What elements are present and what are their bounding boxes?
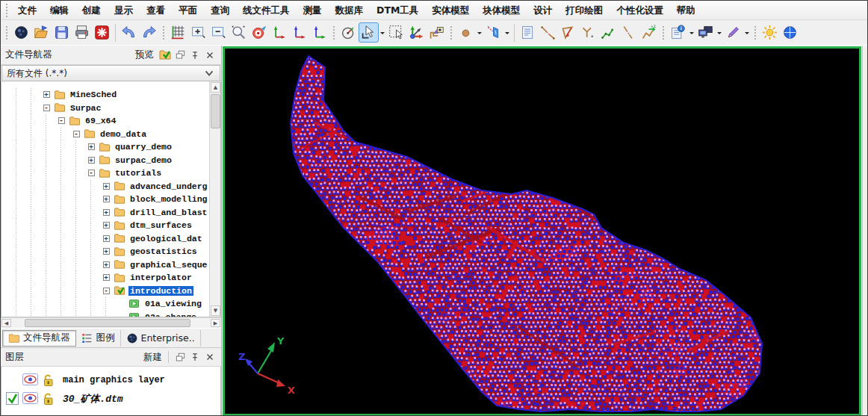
box-select-tool-button[interactable] <box>386 22 406 43</box>
pin-icon[interactable] <box>188 49 202 62</box>
menubar-item-7[interactable]: 查询 <box>204 1 236 20</box>
tree-expander-plus[interactable]: + <box>103 274 110 281</box>
edit-pencil-button[interactable] <box>723 22 743 43</box>
preview-folder-check-icon[interactable] <box>158 49 172 62</box>
point-tool-button[interactable] <box>456 22 476 43</box>
menubar-item-14[interactable]: 设计 <box>527 1 559 20</box>
view-layer-button[interactable] <box>427 22 447 43</box>
tree-item-69_x64[interactable]: -69_x64 <box>1 114 209 128</box>
tab-legend[interactable]: 图例 <box>76 330 121 347</box>
tree-expander-plus[interactable]: + <box>103 235 110 242</box>
right-scroll-strip[interactable] <box>862 46 867 416</box>
scroll-left-arrow[interactable]: ◀ <box>1 319 11 327</box>
point-tool-dropdown-arrow[interactable] <box>476 23 483 43</box>
tree-expander-plus[interactable]: + <box>103 183 110 190</box>
tree-expander-plus[interactable]: + <box>103 196 110 202</box>
tree-expander-plus[interactable]: + <box>43 91 50 98</box>
menubar-item-3[interactable]: 创建 <box>75 1 108 20</box>
edit-pencil-dropdown-arrow[interactable] <box>743 23 751 43</box>
tree-expander-minus[interactable]: - <box>43 105 50 111</box>
toolbar-gripper[interactable] <box>4 26 9 40</box>
menubar-item-2[interactable]: 编辑 <box>43 1 75 20</box>
toolbar-gripper[interactable] <box>661 26 666 40</box>
tree-vertical-scrollbar[interactable]: ▲ ▼ <box>209 81 220 317</box>
layer-row-2[interactable]: 30_矿体.dtm <box>1 389 220 408</box>
tree-expander-minus[interactable]: - <box>58 117 65 124</box>
close-icon[interactable] <box>203 350 217 364</box>
layer-visible-eye-icon[interactable] <box>22 392 38 405</box>
segment-smooth-button[interactable] <box>598 22 619 43</box>
tree-item-dtm_surfaces[interactable]: +dtm_surfaces <box>1 219 209 232</box>
tree-item-advanced_underg[interactable]: +advanced_underg <box>1 180 209 193</box>
tree-expander-plus[interactable]: + <box>103 248 110 255</box>
layer-checkbox-empty[interactable] <box>6 373 19 386</box>
view-data-button[interactable] <box>249 22 269 43</box>
tree-expander-plus[interactable]: + <box>88 157 95 164</box>
scroll-up-arrow[interactable]: ▲ <box>211 82 220 93</box>
open-file-button[interactable] <box>31 22 52 43</box>
tree-item-interpolator[interactable]: +interpolator <box>1 271 209 285</box>
tab-file-navigator[interactable]: 文件导航器 <box>2 330 76 347</box>
tree-item-01a_viewing[interactable]: 01a_viewing <box>1 297 209 311</box>
rotate-view-button[interactable] <box>338 22 359 43</box>
tree-item-tutorials[interactable]: -tutorials <box>1 167 209 180</box>
move-3d-button[interactable] <box>406 22 427 43</box>
segment-renumber-button[interactable]: +1 <box>639 22 659 43</box>
tree-item-02a_change[interactable]: 02a_change <box>1 311 209 318</box>
zoom-all-button[interactable] <box>168 22 188 43</box>
tree-expander-minus[interactable]: - <box>88 170 95 176</box>
float-window-icon[interactable] <box>173 350 187 364</box>
menubar-item-6[interactable]: 平面 <box>172 1 204 20</box>
undo-button[interactable] <box>119 22 139 43</box>
horizontal-scroll-thumb[interactable] <box>25 319 190 327</box>
save-file-button[interactable] <box>52 22 72 43</box>
file-filter-dropdown[interactable]: 所有文件 (.*.*) <box>1 65 220 81</box>
layer-unlocked-icon[interactable] <box>42 373 55 387</box>
tab-enterprise[interactable]: Enterprise.. <box>121 330 201 347</box>
close-icon[interactable] <box>203 49 217 62</box>
open-globe-button[interactable] <box>11 22 31 43</box>
menubar-item-4[interactable]: 显示 <box>108 1 140 20</box>
menubar-item-11[interactable]: DTM工具 <box>370 1 425 20</box>
menubar-item-15[interactable]: 打印绘图 <box>559 1 610 20</box>
scroll-down-arrow[interactable]: ▼ <box>211 305 220 316</box>
tree-expander-minus[interactable]: - <box>103 288 110 294</box>
segment-break-button[interactable] <box>538 22 558 43</box>
tree-item-geostatistics[interactable]: +geostatistics <box>1 245 209 258</box>
new-layer-button[interactable]: 新建 <box>140 351 165 364</box>
properties-button[interactable]: i <box>668 22 688 43</box>
layer-unlocked-icon[interactable] <box>42 392 55 406</box>
display-settings-button[interactable] <box>695 22 716 43</box>
tree-item-introduction[interactable]: -introduction <box>1 285 209 298</box>
zoom-in-button[interactable] <box>188 22 208 43</box>
menubar-item-5[interactable]: 查看 <box>140 1 172 20</box>
view-plan-yx-button[interactable] <box>269 22 289 43</box>
menubar-item-10[interactable]: 数据库 <box>329 1 371 20</box>
segment-close-button[interactable] <box>558 22 578 43</box>
select-tool-button[interactable] <box>359 22 379 43</box>
render-sphere-button[interactable] <box>780 22 800 43</box>
print-button[interactable] <box>72 22 92 43</box>
tree-item-drill_and_blast[interactable]: +drill_and_blast <box>1 206 209 220</box>
scroll-right-arrow[interactable]: ▶ <box>211 319 220 327</box>
menubar-item-1[interactable]: 文件 <box>11 1 43 20</box>
menubar-item-17[interactable]: 帮助 <box>670 1 702 20</box>
vertical-scroll-thumb[interactable] <box>211 94 220 128</box>
menubar-item-8[interactable]: 线文件工具 <box>236 1 297 20</box>
select-tool-dropdown-arrow[interactable] <box>379 23 386 43</box>
menubar-item-13[interactable]: 块体模型 <box>476 1 527 20</box>
tree-item-block_modelling[interactable]: +block_modelling <box>1 193 209 206</box>
mirror-tool-button[interactable] <box>483 22 503 43</box>
reset-graphics-button[interactable] <box>92 22 112 43</box>
layer-visible-eye-icon[interactable] <box>22 373 38 386</box>
properties-dropdown-arrow[interactable] <box>688 23 695 43</box>
viewport-area[interactable]: Y Z X <box>222 46 862 416</box>
mirror-tool-dropdown-arrow[interactable] <box>503 23 511 43</box>
tree-item-quarry_demo[interactable]: +quarry_demo <box>1 140 209 154</box>
segment-split-button[interactable] <box>578 22 598 43</box>
tree-item-Surpac[interactable]: -Surpac <box>1 102 209 115</box>
preview-button[interactable]: 预览 <box>132 49 157 61</box>
tree-expander-plus[interactable]: + <box>103 209 110 216</box>
tree-expander-plus[interactable]: + <box>103 222 110 229</box>
float-window-icon[interactable] <box>173 49 187 62</box>
